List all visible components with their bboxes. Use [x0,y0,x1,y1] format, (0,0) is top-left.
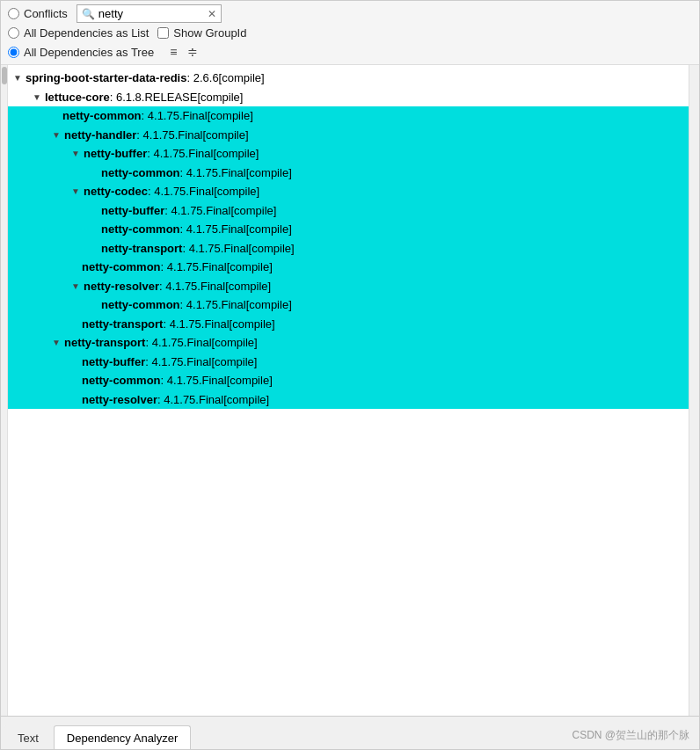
toolbar: Conflicts 🔍 ✕ All Dependencies as List S… [1,1,699,65]
tree-node[interactable]: netty-common : 4.1.75.Final [compile] [8,164,689,183]
search-icon: 🔍 [82,8,95,20]
dep-scope: [compile] [203,127,249,144]
dep-version: : 4.1.75.Final [148,183,214,200]
tree-node[interactable]: ▼netty-resolver : 4.1.75.Final [compile] [8,277,689,296]
tab-text[interactable]: Text [4,725,52,750]
tree-toggle[interactable]: ▼ [50,337,62,349]
tree-node[interactable]: ▼lettuce-core : 6.1.8.RELEASE [compile] [8,88,689,107]
toolbar-row-1: Conflicts 🔍 ✕ [8,4,692,23]
dep-scope: [compile] [197,89,243,106]
tree-node[interactable]: netty-common : 4.1.75.Final [compile] [8,295,689,315]
dep-name: netty-buffer [101,202,164,220]
all-deps-list-radio[interactable] [8,27,19,39]
dep-name: netty-common [82,372,161,390]
dep-name: netty-common [101,164,180,182]
tree-toggle[interactable]: ▼ [31,91,43,103]
dep-scope: [compile] [211,353,257,371]
tree-node[interactable]: netty-common : 4.1.75.Final [compile] [8,220,689,239]
dep-version: : 4.1.75.Final [180,296,246,314]
dep-name: netty-resolver [84,278,159,295]
all-deps-tree-radio[interactable] [8,47,19,58]
tree-node[interactable]: netty-common : 4.1.75.Final [compile] [8,371,689,390]
tree-node[interactable]: ▼netty-buffer : 4.1.75.Final [compile] [8,144,689,164]
dep-name: netty-buffer [82,353,145,371]
tree-toggle[interactable]: ▼ [69,186,82,198]
dep-version: : 4.1.75.Final [157,391,223,409]
icon-buttons: ≡ ≑ [166,43,201,61]
dep-name: netty-common [101,296,180,314]
all-deps-list-radio-group[interactable]: All Dependencies as List [8,26,149,40]
dep-name: netty-transport [101,240,182,258]
tree-toggle[interactable]: ▼ [69,280,82,292]
dep-scope: [compile] [208,107,253,125]
dep-name: netty-common [82,258,161,276]
dep-version: : 4.1.75.Final [145,353,211,371]
watermark: CSDN @贺兰山的那个脉 [572,728,689,743]
tree-node[interactable]: netty-transport : 4.1.75.Final [compile] [8,315,689,334]
left-scroll-thumb [2,67,7,84]
collapse-all-button[interactable]: ≑ [184,43,201,61]
dep-scope: [compile] [246,296,292,314]
dep-version: : 4.1.75.Final [164,202,230,220]
dep-scope: [compile] [227,372,273,390]
dep-version: : 4.1.75.Final [180,221,246,238]
dep-version: : 4.1.75.Final [159,278,225,295]
dep-scope: [compile] [246,221,292,238]
main-panel: Conflicts 🔍 ✕ All Dependencies as List S… [0,0,700,750]
dep-scope: [compile] [249,240,295,258]
dep-scope: [compile] [214,183,259,200]
dep-name: spring-boot-starter-data-redis [26,69,186,87]
dep-version: : 4.1.75.Final [136,127,202,144]
dep-scope: [compile] [212,334,258,352]
dep-name: netty-transport [64,334,145,352]
tab-dependency-analyzer[interactable]: Dependency Analyzer [54,725,191,750]
conflicts-label: Conflicts [24,7,68,20]
dep-name: netty-codec [84,183,148,200]
show-groupid-checkbox[interactable] [157,27,169,39]
dep-scope: [compile] [227,258,273,276]
expand-all-button[interactable]: ≡ [166,43,180,61]
tree-node[interactable]: netty-buffer : 4.1.75.Final [compile] [8,353,689,372]
dep-name: netty-transport [82,316,163,333]
tree-node[interactable]: netty-common : 4.1.75.Final [compile] [8,106,689,126]
tree-toggle[interactable]: ▼ [69,148,82,160]
bottom-tabs: Text Dependency Analyzer CSDN @贺兰山的那个脉 [1,716,699,749]
right-scrollbar[interactable] [689,65,699,716]
dep-version: : 4.1.75.Final [182,240,248,258]
all-deps-list-label: All Dependencies as List [24,26,149,40]
search-clear-button[interactable]: ✕ [208,9,216,19]
dep-version: : 4.1.75.Final [161,372,227,390]
dep-version: : 6.1.8.RELEASE [110,89,198,106]
dep-scope: [compile] [230,202,276,220]
tree-toggle[interactable]: ▼ [50,128,62,141]
dep-scope: [compile] [219,69,265,87]
toolbar-row-3: All Dependencies as Tree ≡ ≑ [8,43,692,61]
dep-name: lettuce-core [45,89,110,106]
tree-container[interactable]: ▼spring-boot-starter-data-redis : 2.6.6 … [8,65,689,716]
dep-name: netty-buffer [84,145,147,163]
tree-node[interactable]: netty-transport : 4.1.75.Final [compile] [8,239,689,258]
dep-version: : 4.1.75.Final [161,258,227,276]
search-input[interactable] [98,7,204,20]
tree-node[interactable]: ▼netty-codec : 4.1.75.Final [compile] [8,182,689,201]
tree-node[interactable]: ▼spring-boot-starter-data-redis : 2.6.6 … [8,69,689,88]
search-box: 🔍 ✕ [77,4,222,23]
all-deps-tree-label: All Dependencies as Tree [24,46,154,59]
tree-node[interactable]: netty-common : 4.1.75.Final [compile] [8,258,689,277]
tree-node[interactable]: ▼netty-transport : 4.1.75.Final [compile… [8,333,689,353]
dep-name: netty-resolver [82,391,157,409]
tree-node[interactable]: netty-resolver : 4.1.75.Final [compile] [8,390,689,410]
tree-node[interactable]: ▼netty-handler : 4.1.75.Final [compile] [8,126,689,145]
tree-toggle[interactable]: ▼ [11,72,24,84]
tree-node[interactable]: netty-buffer : 4.1.75.Final [compile] [8,201,689,221]
show-groupid-group[interactable]: Show GroupId [157,26,246,40]
dep-scope: [compile] [246,164,292,182]
dep-scope: [compile] [225,278,271,295]
conflicts-radio-group[interactable]: Conflicts [8,7,68,20]
dep-version: : 4.1.75.Final [142,107,208,125]
conflicts-radio[interactable] [8,8,19,19]
dep-version: : 4.1.75.Final [147,145,213,163]
all-deps-tree-radio-group[interactable]: All Dependencies as Tree [8,46,154,59]
dep-scope: [compile] [230,316,275,333]
dep-version: : 4.1.75.Final [163,316,229,333]
